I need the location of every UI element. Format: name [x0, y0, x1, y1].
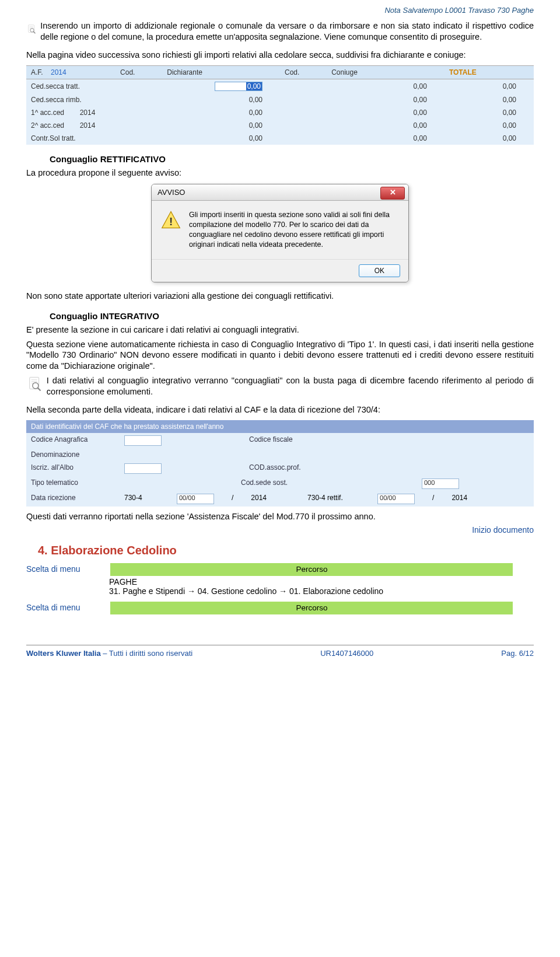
paragraph-6: Questa sezione viene automaticamente ric… — [26, 339, 534, 372]
caf-panel: Dati identificativi del CAF che ha prest… — [26, 420, 534, 507]
ok-button[interactable]: OK — [359, 264, 400, 277]
subheading-integrativo: Conguaglio INTEGRATIVO — [50, 311, 534, 321]
paragraph-1: Inserendo un importo di addizionale regi… — [40, 20, 534, 43]
svg-text:!: ! — [169, 215, 173, 228]
cedolare-table: A.F. 2014 Cod. Dichiarante Cod. Coniuge … — [26, 65, 534, 145]
section-heading: 4. Elaborazione Cedolino — [38, 544, 534, 557]
footer: Wolters Kluwer Italia – Tutti i diritti … — [26, 645, 534, 661]
codsede-field[interactable]: 000 — [422, 478, 459, 489]
path-text: 31. Paghe e Stipendi → 04. Gestione cedo… — [109, 586, 383, 596]
paragraph-4: Non sono state apportate ulteriori varia… — [26, 291, 534, 302]
date1-field[interactable]: 00/00 — [177, 494, 214, 504]
magnify-icon — [26, 20, 37, 38]
dialog-text: Gli importi inseriti in questa sezione s… — [189, 210, 399, 250]
paragraph-7: I dati relativi al conguaglio integrativ… — [47, 375, 534, 397]
warning-icon: ! — [161, 210, 181, 230]
inizio-documento-link[interactable]: Inizio documento — [26, 525, 534, 535]
paragraph-9: Questi dati verranno riportati nella sez… — [26, 511, 534, 522]
warning-dialog: AVVISO ✕ ! Gli importi inseriti in quest… — [151, 184, 409, 282]
paragraph-8: Nella seconda parte della videata, indic… — [26, 404, 534, 415]
paghe-label: PAGHE — [109, 577, 137, 586]
date2-field[interactable]: 00/00 — [377, 494, 415, 504]
paragraph-2: Nella pagina video successiva sono richi… — [26, 50, 534, 61]
paragraph-5: E' presente la sezione in cui caricare i… — [26, 324, 534, 336]
menu-label: Scelta di menu — [26, 603, 108, 612]
svg-line-5 — [33, 32, 35, 33]
footer-code: UR1407146000 — [320, 649, 373, 658]
subheading-rettificativo: Conguaglio RETTIFICATIVO — [50, 154, 534, 164]
dialog-title: AVVISO ✕ — [152, 184, 408, 201]
paragraph-3: La procedura propone il seguente avviso: — [26, 167, 534, 179]
magnify-icon — [26, 375, 43, 393]
svg-line-13 — [37, 388, 40, 391]
header-title: Nota Salvatempo L0001 Travaso 730 Paghe — [26, 6, 534, 15]
percorso-bar: Percorso — [110, 563, 513, 576]
codice-anag-field[interactable] — [124, 435, 162, 446]
close-icon[interactable]: ✕ — [380, 187, 405, 200]
menu-label: Scelta di menu — [26, 564, 108, 574]
percorso-bar: Percorso — [110, 602, 513, 614]
footer-page: Pag. 6/12 — [501, 649, 534, 658]
caf-header: Dati identificativi del CAF che ha prest… — [26, 420, 534, 433]
iscr-field[interactable] — [124, 463, 162, 474]
